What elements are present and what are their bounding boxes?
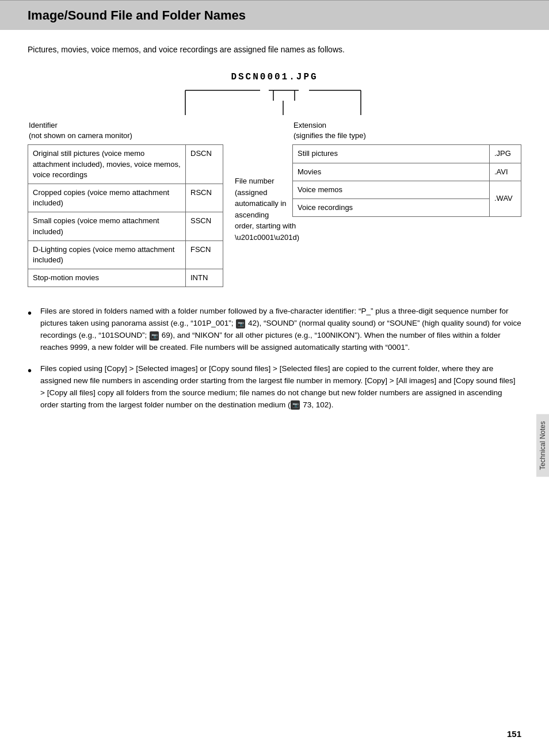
left-table-code: INTN: [186, 269, 223, 287]
side-label: Technical Notes: [536, 414, 549, 477]
bullet-item: •Files are stored in folders named with …: [28, 306, 521, 354]
header-bar: Image/Sound File and Folder Names: [0, 0, 549, 30]
bullets-section: •Files are stored in folders named with …: [28, 306, 521, 411]
left-table-description: Cropped copies (voice memo attachment in…: [28, 184, 186, 212]
left-table-code: FSCN: [186, 240, 223, 269]
filename-area: DSCN0001.JPG: [28, 72, 521, 82]
bullet-dot: •: [28, 363, 38, 378]
right-table-row: Still pictures.JPG: [293, 145, 521, 163]
right-table: Still pictures.JPGMovies.AVIVoice memos.…: [292, 144, 521, 217]
tables-row: Identifier (not shown on camera monitor)…: [28, 120, 521, 287]
right-table-type: Movies: [293, 163, 490, 181]
left-table-row: Cropped copies (voice memo attachment in…: [28, 184, 223, 212]
right-section: Extension (signifies the file type) Stil…: [292, 120, 521, 217]
extension-label: Extension (signifies the file type): [292, 120, 521, 141]
right-table-ext: .WAV: [490, 181, 521, 216]
left-table-description: Original still pictures (voice memo atta…: [28, 145, 186, 184]
right-table-row: Voice recordings: [293, 198, 521, 216]
diagram-wrapper: DSCN0001.JPG: [28, 72, 521, 287]
right-table-ext: .JPG: [490, 145, 521, 163]
right-table-type: Still pictures: [293, 145, 490, 163]
page-title: Image/Sound File and Folder Names: [28, 8, 246, 23]
intro-paragraph: Pictures, movies, voice memos, and voice…: [28, 44, 521, 56]
identifier-label: Identifier (not shown on camera monitor): [28, 120, 223, 141]
right-table-row: Voice memos.WAV: [293, 181, 521, 198]
right-table-type: Voice recordings: [293, 198, 490, 216]
left-table-row: Small copies (voice memo attachment incl…: [28, 212, 223, 240]
bullet-text: Files are stored in folders named with a…: [40, 306, 521, 354]
page-number: 151: [507, 729, 521, 739]
left-table-description: D-Lighting copies (voice memo attachment…: [28, 240, 186, 269]
camera-icon: 📷: [150, 331, 159, 341]
left-table: Original still pictures (voice memo atta…: [28, 144, 223, 287]
file-number-label: File number (assigned automatically in a…: [235, 175, 299, 243]
left-section: Identifier (not shown on camera monitor)…: [28, 120, 223, 287]
left-table-row: Stop-motion moviesINTN: [28, 269, 223, 287]
filename-label: DSCN0001.JPG: [231, 72, 318, 82]
left-table-code: SSCN: [186, 212, 223, 240]
camera-icon: 📷: [291, 400, 300, 410]
bullet-text: Files copied using [Copy] > [Selected im…: [40, 363, 521, 411]
diagram-svg: [79, 83, 470, 118]
bullet-item: •Files copied using [Copy] > [Selected i…: [28, 363, 521, 411]
left-table-row: D-Lighting copies (voice memo attachment…: [28, 240, 223, 269]
left-table-code: RSCN: [186, 184, 223, 212]
camera-icon: 📷: [236, 319, 245, 329]
middle-section: File number (assigned automatically in a…: [223, 120, 292, 243]
left-table-description: Stop-motion movies: [28, 269, 186, 287]
left-table-description: Small copies (voice memo attachment incl…: [28, 212, 186, 240]
diagram-svg-container: [28, 83, 521, 118]
right-table-type: Voice memos: [293, 181, 490, 198]
right-table-ext: .AVI: [490, 163, 521, 181]
left-table-row: Original still pictures (voice memo atta…: [28, 145, 223, 184]
right-table-row: Movies.AVI: [293, 163, 521, 181]
bullet-dot: •: [28, 306, 38, 320]
left-table-code: DSCN: [186, 145, 223, 184]
